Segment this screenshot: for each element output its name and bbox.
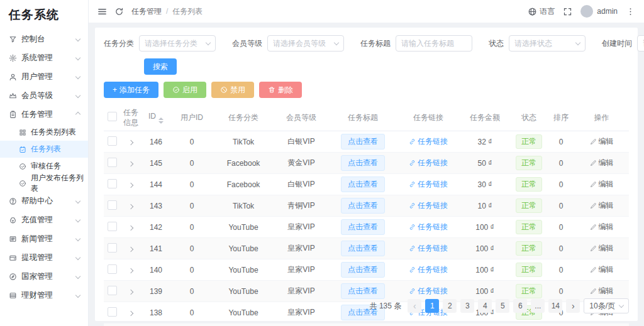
sidebar-item-recharge[interactable]: 充值管理 [0,210,88,229]
enable-button[interactable]: 启用 [164,82,206,98]
pencil-icon [590,288,597,295]
row-checkbox[interactable] [108,222,117,231]
cell-category: TikTok [213,195,274,217]
sidebar-item-finance[interactable]: 理财管理 [0,286,88,305]
task-link[interactable]: 任务链接 [409,243,448,254]
edit-button[interactable]: 编辑 [590,243,614,254]
task-title-input[interactable]: 请输入任务标题 [396,35,472,52]
sidebar-subitem-user-published-tasks[interactable]: 用户发布任务列表 [0,175,88,192]
edit-button[interactable]: 编辑 [590,286,614,296]
expand-row-icon[interactable] [128,140,133,145]
expand-row-icon[interactable] [128,247,133,252]
page-button[interactable]: 4 [478,299,492,313]
task-link[interactable]: 任务链接 [409,200,448,211]
row-checkbox[interactable] [108,243,117,253]
page-button[interactable]: 1 [425,299,439,313]
kebab-menu-icon[interactable] [626,7,635,16]
sidebar-item-console[interactable]: 控制台 [0,30,88,48]
sidebar-item-withdrawal[interactable]: 提现管理 [0,248,88,267]
expand-row-icon[interactable] [128,268,133,273]
refresh-icon[interactable] [114,7,124,16]
row-checkbox[interactable] [108,179,117,188]
cell-level: 皇家VIP [274,217,329,238]
task-link[interactable]: 任务链接 [409,158,448,168]
select-all-checkbox[interactable] [108,112,117,121]
task-link-label: 任务链接 [418,200,448,211]
expand-row-icon[interactable] [128,204,133,209]
edit-button[interactable]: 编辑 [590,136,614,147]
sidebar-item-member-level[interactable]: 会员等级 [0,86,88,105]
row-checkbox[interactable] [108,136,117,146]
page-button[interactable]: 3 [460,299,474,313]
check-circle-icon [19,163,26,170]
hamburger-menu-icon[interactable] [97,7,107,16]
plus-icon: + [113,85,117,94]
edit-button[interactable]: 编辑 [590,264,614,275]
view-title-button[interactable]: 点击查看 [341,241,385,256]
view-title-button[interactable]: 点击查看 [341,177,385,192]
page-button[interactable]: 6 [513,299,527,313]
next-page-button[interactable]: › [566,299,580,313]
page-button[interactable]: 5 [496,299,509,313]
page-button[interactable]: 14 [548,299,562,313]
sidebar-item-country[interactable]: 国家管理 [0,267,88,286]
chevron-down-icon [206,40,211,45]
pencil-icon [590,202,597,209]
search-button[interactable]: 搜索 [144,58,177,75]
edit-button[interactable]: 编辑 [590,200,614,211]
sidebar-item-task-management[interactable]: 任务管理 [0,105,88,124]
delete-button[interactable]: 删除 [259,82,302,98]
row-checkbox[interactable] [108,158,117,167]
pagination-total: 共 135 条 [370,301,402,312]
disable-button[interactable]: 禁用 [211,82,254,98]
view-title-button[interactable]: 点击查看 [341,198,385,214]
chevron-up-icon [75,112,80,117]
expand-row-icon[interactable] [128,225,133,231]
sidebar-item-users[interactable]: 用户管理 [0,67,88,86]
page-button[interactable]: 2 [443,299,457,313]
row-checkbox[interactable] [108,286,117,295]
task-category-select[interactable]: 请选择任务分类 [139,35,216,52]
prev-page-button[interactable]: ‹ [408,299,421,313]
member-level-select[interactable]: 请选择会员等级 [267,35,344,52]
cell-id: 145 [142,153,170,174]
view-title-button[interactable]: 点击查看 [341,219,385,235]
user-menu[interactable]: admin [580,5,618,18]
sidebar-subitem-task-category-list[interactable]: 任务类别列表 [0,124,88,141]
sidebar-item-news[interactable]: 新闻管理 [0,229,88,248]
view-title-button[interactable]: 点击查看 [341,262,385,278]
sidebar-item-system[interactable]: 系统管理 [0,48,88,67]
fullscreen-icon[interactable] [563,7,572,16]
task-link[interactable]: 任务链接 [409,264,448,275]
edit-button[interactable]: 编辑 [590,222,614,232]
filter-task-title: 任务标题 请输入任务标题 [360,35,472,52]
view-title-button[interactable]: 点击查看 [341,155,385,171]
view-title-button[interactable]: 点击查看 [341,283,385,299]
task-link[interactable]: 任务链接 [409,222,448,232]
filter-label: 创建时间 [602,38,632,49]
status-badge: 正常 [516,284,542,298]
row-checkbox[interactable] [108,264,117,274]
page-size-select[interactable]: 10条/页 [584,298,629,313]
expand-row-icon[interactable] [128,290,133,295]
sort-icons[interactable] [158,117,164,124]
add-task-button[interactable]: + 添加任务 [104,82,158,98]
status-select[interactable]: 请选择状态 [509,35,586,52]
edit-button[interactable]: 编辑 [590,158,614,168]
view-title-button[interactable]: 点击查看 [341,134,385,149]
topbar: 任务管理 / 任务列表 语言 admin [89,0,644,23]
row-checkbox[interactable] [108,200,117,210]
edit-button[interactable]: 编辑 [590,179,614,190]
expand-row-icon[interactable] [128,183,133,188]
task-link[interactable]: 任务链接 [409,286,448,296]
sidebar-item-help-center[interactable]: 帮助中心 [0,192,88,210]
expand-row-icon[interactable] [128,161,133,166]
cell-user-id: 0 [170,131,213,153]
task-link[interactable]: 任务链接 [409,179,448,190]
breadcrumb-item[interactable]: 任务管理 [131,6,162,17]
language-switcher[interactable]: 语言 [528,6,555,17]
created-time-picker[interactable]: 请选择时间段 [637,35,644,52]
sidebar-subitem-task-list[interactable]: 任务列表 [0,141,88,158]
column-header-id[interactable]: ID [142,104,170,131]
task-link[interactable]: 任务链接 [409,136,448,147]
